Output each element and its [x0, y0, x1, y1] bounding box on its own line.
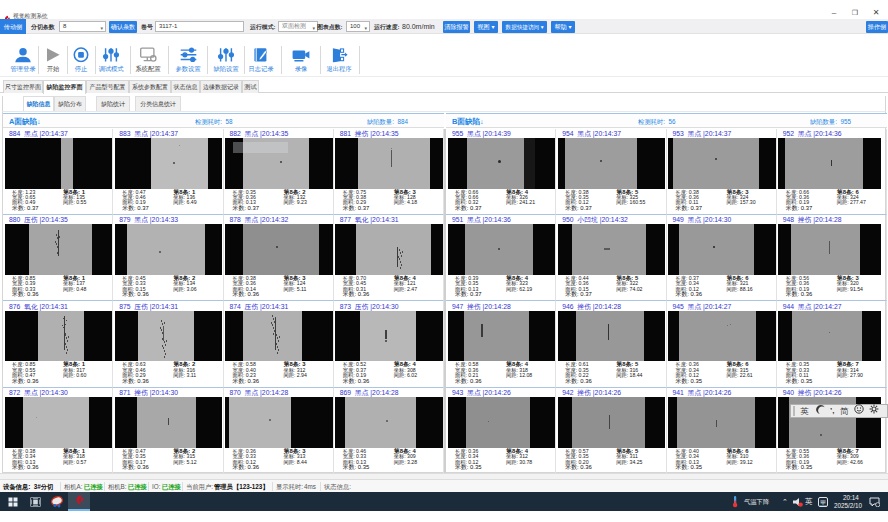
svg-text:里: 里: [819, 498, 826, 505]
